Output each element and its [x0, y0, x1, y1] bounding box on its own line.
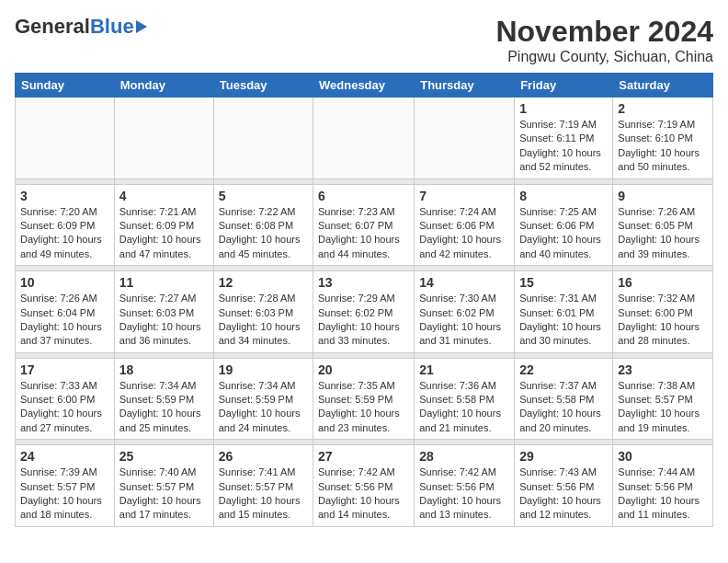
day-number: 17 [20, 362, 109, 377]
calendar-cell: 5Sunrise: 7:22 AM Sunset: 6:08 PM Daylig… [213, 184, 313, 266]
day-info: Sunrise: 7:44 AM Sunset: 5:56 PM Dayligh… [618, 465, 708, 523]
day-number: 7 [419, 189, 509, 203]
day-info: Sunrise: 7:39 AM Sunset: 5:57 PM Dayligh… [20, 465, 109, 523]
calendar-cell [415, 98, 515, 179]
day-info: Sunrise: 7:30 AM Sunset: 6:02 PM Dayligh… [419, 292, 509, 349]
day-number: 11 [119, 275, 209, 290]
calendar-cell: 1Sunrise: 7:19 AM Sunset: 6:11 PM Daylig… [515, 98, 613, 179]
day-number: 9 [618, 189, 708, 203]
calendar-week-row: 10Sunrise: 7:26 AM Sunset: 6:04 PM Dayli… [16, 271, 713, 353]
day-info: Sunrise: 7:29 AM Sunset: 6:02 PM Dayligh… [318, 292, 409, 349]
calendar-cell: 14Sunrise: 7:30 AM Sunset: 6:02 PM Dayli… [415, 271, 515, 353]
day-number: 20 [318, 362, 409, 377]
title-area: November 2024 Pingwu County, Sichuan, Ch… [495, 15, 713, 65]
calendar-cell [213, 98, 313, 179]
weekday-header-friday: Friday [515, 74, 613, 98]
calendar-week-row: 1Sunrise: 7:19 AM Sunset: 6:11 PM Daylig… [16, 98, 713, 179]
calendar-cell: 10Sunrise: 7:26 AM Sunset: 6:04 PM Dayli… [16, 271, 115, 353]
day-info: Sunrise: 7:26 AM Sunset: 6:04 PM Dayligh… [20, 292, 109, 349]
location-title: Pingwu County, Sichuan, China [495, 49, 713, 65]
day-number: 2 [618, 101, 708, 116]
day-number: 8 [519, 189, 608, 203]
day-info: Sunrise: 7:42 AM Sunset: 5:56 PM Dayligh… [318, 465, 409, 523]
day-number: 15 [519, 275, 608, 290]
day-info: Sunrise: 7:41 AM Sunset: 5:57 PM Dayligh… [219, 465, 308, 523]
logo-arrow-icon [136, 20, 147, 33]
day-number: 23 [618, 362, 708, 377]
calendar-table: SundayMondayTuesdayWednesdayThursdayFrid… [15, 73, 713, 527]
calendar-cell: 2Sunrise: 7:19 AM Sunset: 6:10 PM Daylig… [613, 98, 713, 179]
day-info: Sunrise: 7:28 AM Sunset: 6:03 PM Dayligh… [219, 292, 308, 349]
calendar-cell: 30Sunrise: 7:44 AM Sunset: 5:56 PM Dayli… [613, 445, 713, 527]
day-info: Sunrise: 7:43 AM Sunset: 5:56 PM Dayligh… [519, 465, 608, 523]
day-number: 1 [519, 101, 608, 116]
day-info: Sunrise: 7:32 AM Sunset: 6:00 PM Dayligh… [618, 292, 708, 349]
logo-blue: Blue [90, 15, 134, 39]
calendar-cell [114, 98, 213, 179]
calendar-cell: 15Sunrise: 7:31 AM Sunset: 6:01 PM Dayli… [515, 271, 613, 353]
day-number: 22 [519, 362, 608, 377]
day-info: Sunrise: 7:19 AM Sunset: 6:10 PM Dayligh… [618, 118, 708, 175]
day-info: Sunrise: 7:27 AM Sunset: 6:03 PM Dayligh… [119, 292, 209, 349]
day-number: 24 [20, 449, 109, 464]
calendar-cell: 4Sunrise: 7:21 AM Sunset: 6:09 PM Daylig… [114, 184, 213, 266]
calendar-cell: 26Sunrise: 7:41 AM Sunset: 5:57 PM Dayli… [213, 445, 313, 527]
day-info: Sunrise: 7:35 AM Sunset: 5:59 PM Dayligh… [318, 379, 409, 436]
weekday-header-saturday: Saturday [613, 74, 713, 98]
day-number: 6 [318, 189, 409, 203]
day-info: Sunrise: 7:23 AM Sunset: 6:07 PM Dayligh… [318, 205, 409, 262]
day-info: Sunrise: 7:19 AM Sunset: 6:11 PM Dayligh… [519, 118, 608, 175]
day-number: 13 [318, 275, 409, 290]
day-info: Sunrise: 7:40 AM Sunset: 5:57 PM Dayligh… [119, 465, 209, 523]
calendar-cell: 12Sunrise: 7:28 AM Sunset: 6:03 PM Dayli… [213, 271, 313, 353]
day-number: 18 [119, 362, 209, 377]
weekday-header-sunday: Sunday [16, 74, 115, 98]
day-number: 12 [219, 275, 308, 290]
calendar-cell: 22Sunrise: 7:37 AM Sunset: 5:58 PM Dayli… [515, 358, 613, 440]
weekday-header-wednesday: Wednesday [313, 74, 415, 98]
day-number: 26 [219, 449, 308, 464]
calendar-cell: 27Sunrise: 7:42 AM Sunset: 5:56 PM Dayli… [313, 445, 415, 527]
logo: General Blue [15, 15, 147, 39]
day-number: 5 [219, 189, 308, 203]
calendar-cell: 21Sunrise: 7:36 AM Sunset: 5:58 PM Dayli… [415, 358, 515, 440]
calendar-week-row: 3Sunrise: 7:20 AM Sunset: 6:09 PM Daylig… [16, 184, 713, 266]
calendar-cell: 11Sunrise: 7:27 AM Sunset: 6:03 PM Dayli… [114, 271, 213, 353]
calendar-week-row: 24Sunrise: 7:39 AM Sunset: 5:57 PM Dayli… [16, 445, 713, 527]
calendar-cell: 9Sunrise: 7:26 AM Sunset: 6:05 PM Daylig… [613, 184, 713, 266]
calendar-cell: 13Sunrise: 7:29 AM Sunset: 6:02 PM Dayli… [313, 271, 415, 353]
calendar-cell: 17Sunrise: 7:33 AM Sunset: 6:00 PM Dayli… [16, 358, 115, 440]
day-number: 29 [519, 449, 608, 464]
calendar-cell: 29Sunrise: 7:43 AM Sunset: 5:56 PM Dayli… [515, 445, 613, 527]
month-title: November 2024 [495, 15, 713, 49]
day-number: 14 [419, 275, 509, 290]
day-info: Sunrise: 7:22 AM Sunset: 6:08 PM Dayligh… [219, 205, 308, 262]
calendar-cell: 28Sunrise: 7:42 AM Sunset: 5:56 PM Dayli… [415, 445, 515, 527]
day-number: 27 [318, 449, 409, 464]
calendar-cell: 23Sunrise: 7:38 AM Sunset: 5:57 PM Dayli… [613, 358, 713, 440]
day-info: Sunrise: 7:25 AM Sunset: 6:06 PM Dayligh… [519, 205, 608, 262]
weekday-header-row: SundayMondayTuesdayWednesdayThursdayFrid… [16, 74, 713, 98]
day-info: Sunrise: 7:37 AM Sunset: 5:58 PM Dayligh… [519, 379, 608, 436]
logo-general: General [15, 15, 90, 39]
weekday-header-monday: Monday [114, 74, 213, 98]
day-info: Sunrise: 7:33 AM Sunset: 6:00 PM Dayligh… [20, 379, 109, 436]
day-number: 25 [119, 449, 209, 464]
day-number: 30 [618, 449, 708, 464]
day-info: Sunrise: 7:26 AM Sunset: 6:05 PM Dayligh… [618, 205, 708, 262]
day-info: Sunrise: 7:38 AM Sunset: 5:57 PM Dayligh… [618, 379, 708, 436]
calendar-cell: 6Sunrise: 7:23 AM Sunset: 6:07 PM Daylig… [313, 184, 415, 266]
calendar-cell: 19Sunrise: 7:34 AM Sunset: 5:59 PM Dayli… [213, 358, 313, 440]
page-header: General Blue November 2024 Pingwu County… [15, 15, 713, 65]
day-info: Sunrise: 7:34 AM Sunset: 5:59 PM Dayligh… [219, 379, 308, 436]
calendar-cell: 7Sunrise: 7:24 AM Sunset: 6:06 PM Daylig… [415, 184, 515, 266]
calendar-cell: 8Sunrise: 7:25 AM Sunset: 6:06 PM Daylig… [515, 184, 613, 266]
day-info: Sunrise: 7:21 AM Sunset: 6:09 PM Dayligh… [119, 205, 209, 262]
day-number: 28 [419, 449, 509, 464]
day-number: 21 [419, 362, 509, 377]
day-info: Sunrise: 7:20 AM Sunset: 6:09 PM Dayligh… [20, 205, 109, 262]
calendar-cell: 16Sunrise: 7:32 AM Sunset: 6:00 PM Dayli… [613, 271, 713, 353]
day-number: 16 [618, 275, 708, 290]
day-number: 3 [20, 189, 109, 203]
calendar-cell [16, 98, 115, 179]
